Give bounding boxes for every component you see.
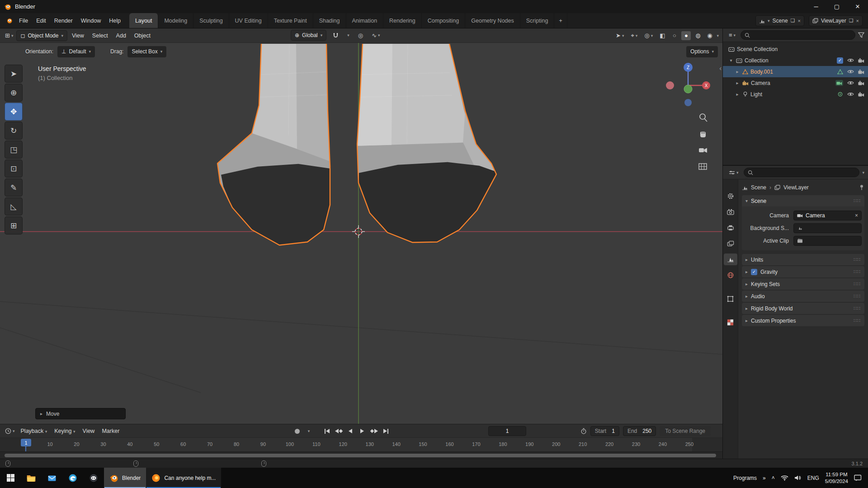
orthographic-toggle-icon[interactable]: [699, 164, 707, 169]
camera-property-field[interactable]: Camera ×: [793, 211, 862, 221]
pan-hand-icon[interactable]: [700, 131, 706, 137]
tab-render[interactable]: [724, 206, 737, 218]
workspace-tab-shading[interactable]: Shading: [313, 13, 346, 28]
timeline-ruler[interactable]: 1 10203040506070809010011012013014015016…: [0, 438, 722, 451]
maximize-button[interactable]: ▢: [826, 0, 847, 13]
properties-search-input[interactable]: [744, 168, 860, 177]
xray-toggle[interactable]: ◧: [657, 31, 667, 40]
proportional-editing-icon[interactable]: ◎: [356, 31, 365, 40]
panel-rigid-body-world[interactable]: ▸Rigid Body World∷∷: [742, 303, 864, 314]
overlays-dropdown[interactable]: ◎▾: [642, 31, 655, 40]
mail-button[interactable]: [42, 468, 62, 488]
auto-keying-button[interactable]: [292, 426, 302, 436]
operator-panel-move[interactable]: ▸ Move: [35, 408, 126, 419]
chevron-right-icon[interactable]: »: [763, 475, 766, 481]
camera-view-icon[interactable]: [699, 148, 707, 153]
outliner-row-body-001[interactable]: ▸ Body.001: [723, 66, 868, 77]
measure-tool-button[interactable]: ◺: [5, 197, 23, 216]
drag-dots-icon[interactable]: ∷∷: [854, 305, 861, 311]
panel-custom-properties[interactable]: ▸Custom Properties∷∷: [742, 315, 864, 326]
viewport-3d-scene[interactable]: [0, 43, 722, 424]
menu-object[interactable]: Object: [131, 30, 154, 41]
breadcrumb-scene[interactable]: Scene: [751, 184, 766, 191]
shading-wireframe-button[interactable]: ○: [670, 31, 679, 40]
gizmo-negative-x-axis[interactable]: [666, 81, 674, 89]
taskbar-clock[interactable]: 11:59 PM 5/09/2024: [825, 471, 848, 484]
cursor-tool-button[interactable]: ⊕: [5, 84, 23, 102]
transform-orientation-dropdown[interactable]: ⊕ Global ▾: [291, 30, 326, 41]
menu-edit[interactable]: Edit: [32, 15, 50, 26]
menu-marker[interactable]: Marker: [98, 426, 123, 436]
annotate-tool-button[interactable]: ✎: [5, 178, 23, 197]
menu-select[interactable]: Select: [89, 30, 112, 41]
move-tool-button[interactable]: ✥: [5, 103, 23, 121]
drag-dots-icon[interactable]: ∷∷: [854, 198, 861, 204]
viewport-canvas[interactable]: Orientation: ⊥ Default ▾ Drag: Select Bo…: [0, 43, 722, 424]
drag-dots-icon[interactable]: ∷∷: [854, 293, 861, 299]
workspace-tab-compositing[interactable]: Compositing: [422, 13, 465, 28]
panel-keying-sets[interactable]: ▸Keying Sets∷∷: [742, 278, 864, 290]
file-explorer-button[interactable]: [21, 468, 42, 488]
menu-keying[interactable]: Keying ▾: [51, 426, 79, 436]
drag-dots-icon[interactable]: ∷∷: [854, 318, 861, 324]
hide-eye-icon[interactable]: [847, 69, 854, 75]
rotate-tool-button[interactable]: ↻: [5, 122, 23, 140]
tab-texture[interactable]: [724, 316, 737, 328]
tab-scene[interactable]: [724, 253, 737, 265]
menu-file[interactable]: File: [15, 15, 32, 26]
panel-gravity[interactable]: ▸✓Gravity∷∷: [742, 266, 864, 277]
volume-icon[interactable]: [794, 475, 802, 481]
snap-settings-dropdown[interactable]: ▾: [345, 32, 352, 38]
panel-audio[interactable]: ▸Audio∷∷: [742, 291, 864, 302]
keying-popover[interactable]: ▾: [303, 426, 314, 436]
drag-dots-icon[interactable]: ∷∷: [854, 281, 861, 287]
mode-dropdown[interactable]: ◻ Object Mode ▾: [16, 30, 67, 41]
close-button[interactable]: ✕: [847, 0, 868, 13]
new-viewlayer-icon[interactable]: ❏: [849, 18, 854, 23]
to-scene-range-button[interactable]: To Scene Range: [660, 426, 711, 436]
selectability-dropdown[interactable]: ➤▾: [613, 31, 626, 40]
shading-rendered-button[interactable]: ◉: [705, 31, 714, 40]
timeline-editor-type-icon[interactable]: ▾: [3, 427, 17, 435]
end-frame-field[interactable]: End 250: [623, 426, 656, 436]
menu-render[interactable]: Render: [50, 15, 77, 26]
workspace-tab-texture-paint[interactable]: Texture Paint: [268, 13, 313, 28]
tab-output[interactable]: [724, 222, 737, 234]
navigation-gizmo[interactable]: Z X: [660, 56, 716, 178]
breadcrumb-viewlayer[interactable]: ViewLayer: [783, 184, 809, 191]
expand-icon[interactable]: ▾: [728, 58, 734, 63]
editor-type-icon[interactable]: ⊞▾: [3, 31, 15, 40]
discord-button[interactable]: [83, 468, 104, 488]
shading-dropdown[interactable]: ▾: [717, 33, 719, 38]
orientation-dropdown[interactable]: ⊥ Default ▾: [57, 46, 95, 57]
scale-tool-button[interactable]: ◳: [5, 141, 23, 159]
play-button[interactable]: [357, 426, 368, 436]
outliner-search-input[interactable]: [741, 30, 855, 40]
action-center-icon[interactable]: [854, 474, 862, 481]
expand-icon[interactable]: ▸: [735, 69, 740, 74]
tab-object[interactable]: [724, 293, 737, 305]
playhead[interactable]: 1: [21, 439, 31, 446]
zoom-icon[interactable]: [700, 114, 707, 122]
gizmos-dropdown[interactable]: ⌖▾: [628, 31, 640, 40]
workspace-tab-scripting[interactable]: Scripting: [520, 13, 555, 28]
expand-icon[interactable]: ▸: [735, 92, 740, 97]
viewlayer-selector[interactable]: ViewLayer ❏ ×: [809, 15, 863, 26]
outliner-row-camera[interactable]: ▸ Camera: [723, 77, 868, 89]
hide-eye-icon[interactable]: [847, 57, 854, 63]
tweak-select-tool-button[interactable]: ➤: [5, 65, 23, 83]
wifi-icon[interactable]: [781, 475, 788, 481]
menu-add[interactable]: Add: [113, 30, 130, 41]
workspace-tab-animation[interactable]: Animation: [346, 13, 384, 28]
workspace-tab-modeling[interactable]: Modeling: [158, 13, 193, 28]
hide-eye-icon[interactable]: [847, 80, 854, 86]
previous-keyframe-button[interactable]: [333, 426, 344, 436]
play-reverse-button[interactable]: [345, 426, 356, 436]
jump-to-end-button[interactable]: [380, 426, 391, 436]
menu-view[interactable]: View: [68, 30, 88, 41]
show-hidden-icons[interactable]: ˄: [772, 475, 775, 481]
taskbar-blender-app[interactable]: Blender: [104, 468, 146, 488]
programs-label[interactable]: Programs: [733, 475, 757, 481]
gizmo-negative-z-axis[interactable]: [684, 99, 692, 106]
outliner-row-light[interactable]: ▸ Light: [723, 89, 868, 100]
